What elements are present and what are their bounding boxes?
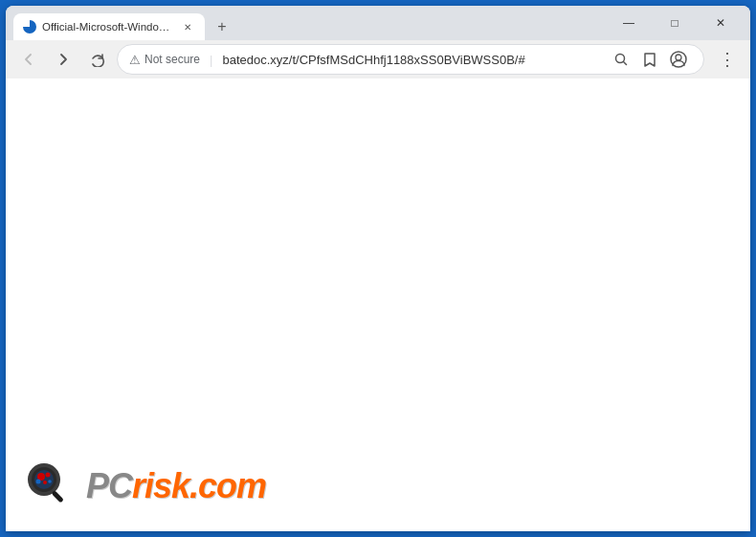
window-controls: — □ ✕	[607, 10, 743, 36]
not-secure-icon: ⚠	[129, 53, 141, 67]
svg-point-7	[46, 473, 51, 478]
active-tab[interactable]: Official-Microsoft-Windows-Help ✕	[13, 13, 205, 40]
address-separator: |	[210, 53, 212, 67]
pcrisk-logo	[25, 460, 77, 512]
nav-bar: ⚠ Not secure | batedoc.xyz/t/CPfsfMSdCHh…	[6, 40, 750, 78]
bookmark-button[interactable]	[636, 46, 663, 73]
pc-text: PC	[86, 466, 132, 505]
close-button[interactable]: ✕	[699, 10, 743, 36]
minimize-button[interactable]: —	[607, 10, 651, 36]
profile-button[interactable]	[665, 46, 692, 73]
new-tab-button[interactable]: +	[209, 13, 235, 40]
svg-rect-11	[51, 490, 63, 503]
search-button[interactable]	[608, 46, 634, 73]
svg-point-2	[676, 55, 681, 60]
tab-favicon	[23, 20, 36, 34]
forward-button[interactable]	[48, 44, 78, 75]
pcrisk-text: PCrisk.com	[86, 466, 266, 506]
pcrisk-watermark: PCrisk.com	[25, 460, 266, 512]
not-secure-label: Not secure	[145, 53, 200, 66]
url-display: batedoc.xyz/t/CPfsfMSdCHhfj1188xSS0BViBW…	[222, 53, 602, 67]
address-actions	[608, 46, 692, 73]
tab-strip: Official-Microsoft-Windows-Help ✕ +	[13, 6, 607, 40]
reload-button[interactable]	[82, 44, 113, 75]
back-button[interactable]	[13, 44, 44, 75]
maximize-button[interactable]: □	[653, 10, 697, 36]
svg-point-10	[48, 480, 52, 483]
more-button[interactable]: ⋮	[712, 44, 743, 75]
tab-title: Official-Microsoft-Windows-Help	[42, 21, 174, 33]
svg-point-9	[36, 480, 41, 484]
svg-point-8	[43, 481, 47, 484]
browser-window: Official-Microsoft-Windows-Help ✕ + — □ …	[6, 6, 750, 531]
title-bar: Official-Microsoft-Windows-Help ✕ + — □ …	[6, 6, 750, 40]
tab-close-button[interactable]: ✕	[180, 19, 195, 34]
address-bar[interactable]: ⚠ Not secure | batedoc.xyz/t/CPfsfMSdCHh…	[117, 44, 704, 75]
risk-text: risk.com	[132, 466, 266, 505]
security-indicator: ⚠ Not secure	[129, 53, 200, 67]
content-area: PCrisk.com	[6, 78, 750, 531]
